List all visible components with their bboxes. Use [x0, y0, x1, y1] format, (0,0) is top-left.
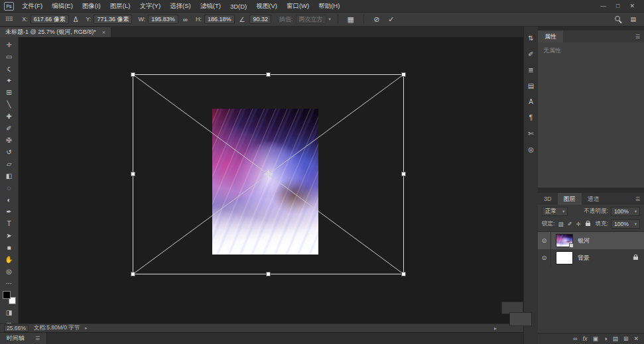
- transform-center-point[interactable]: [264, 170, 273, 178]
- zoom-tool-button[interactable]: ◎: [1, 265, 17, 277]
- info-panel-icon[interactable]: ◎: [525, 144, 537, 154]
- lasso-tool-button[interactable]: ς: [1, 62, 17, 74]
- paragraph-panel-icon[interactable]: ¶: [525, 113, 537, 123]
- menu-select[interactable]: 选择(S): [165, 2, 196, 11]
- layer-thumbnail[interactable]: [556, 234, 573, 247]
- clone-stamp-tool-button[interactable]: ✠: [1, 134, 17, 146]
- new-group-button[interactable]: ▤: [612, 336, 618, 342]
- tab-close-icon[interactable]: ×: [102, 29, 105, 36]
- layer-thumbnail[interactable]: [556, 251, 573, 264]
- layer-row-background[interactable]: ⊙ 背景: [538, 249, 644, 266]
- rectangle-tool-button[interactable]: ■: [1, 241, 17, 253]
- link-dimensions-icon[interactable]: ∞: [181, 16, 190, 23]
- interpolation-select[interactable]: 两次立方: [296, 15, 326, 24]
- edit-toolbar-button[interactable]: ⋯: [1, 277, 17, 289]
- transform-handle[interactable]: [131, 272, 135, 276]
- eyedropper-tool-button[interactable]: ╲: [1, 98, 17, 110]
- zoom-level-field[interactable]: 25.66%: [4, 325, 29, 332]
- menu-edit[interactable]: 编辑(E): [47, 2, 78, 11]
- layer-name[interactable]: 背景: [578, 254, 632, 262]
- document-tab[interactable]: 未标题-1 @ 25.7% (银河, RGB/8)* ×: [0, 27, 111, 37]
- clone-source-panel-icon[interactable]: ≣: [525, 65, 537, 75]
- menu-3d[interactable]: 3D(D): [225, 3, 251, 10]
- tab-properties[interactable]: 属性: [538, 30, 563, 42]
- pen-tool-button[interactable]: ✒: [1, 205, 17, 217]
- move-tool-button[interactable]: ✛: [1, 38, 17, 50]
- menu-layer[interactable]: 图层(L): [105, 2, 135, 11]
- libraries-panel-icon[interactable]: ▤: [525, 81, 537, 91]
- menu-type[interactable]: 文字(Y): [135, 2, 165, 11]
- reference-point-icon[interactable]: ⠿⠿: [5, 16, 13, 23]
- visibility-eye-icon[interactable]: ⊙: [538, 232, 551, 249]
- tab-channels[interactable]: 通道: [582, 193, 606, 205]
- transform-controls[interactable]: [19, 37, 523, 323]
- path-selection-tool-button[interactable]: ➤: [1, 229, 17, 241]
- cancel-transform-button[interactable]: ⊘: [371, 14, 383, 25]
- close-button[interactable]: ✕: [629, 3, 635, 9]
- transform-handle[interactable]: [402, 172, 406, 176]
- transform-handle[interactable]: [131, 73, 135, 77]
- transform-handle[interactable]: [131, 172, 135, 176]
- tab-layers[interactable]: 图层: [558, 193, 582, 205]
- relative-position-icon[interactable]: Δ: [72, 16, 80, 23]
- maximize-button[interactable]: □: [616, 3, 619, 9]
- lock-image-pixels-icon[interactable]: ✐: [566, 221, 572, 227]
- menu-window[interactable]: 窗口(W): [282, 2, 314, 11]
- scissors-panel-icon[interactable]: ✄: [525, 129, 537, 139]
- layer-row-galaxy[interactable]: ⊙ 银河: [538, 232, 644, 249]
- quick-mask-button[interactable]: ◨: [1, 306, 17, 318]
- workspace-switcher-icon[interactable]: ▤: [630, 16, 636, 23]
- timeline-tab[interactable]: 时间轴 ☰: [0, 333, 47, 344]
- hand-tool-button[interactable]: ✋: [1, 253, 17, 265]
- brush-tool-button[interactable]: ✐: [1, 122, 17, 134]
- canvas[interactable]: [19, 37, 523, 323]
- layers-menu-icon[interactable]: ☰: [635, 196, 644, 202]
- layer-name[interactable]: 银河: [578, 237, 644, 245]
- adjustment-layer-button[interactable]: ◑: [604, 336, 607, 342]
- visibility-eye-icon[interactable]: ⊙: [538, 249, 551, 266]
- swap-panels-icon[interactable]: ⇅: [525, 33, 537, 43]
- eraser-tool-button[interactable]: ▱: [1, 158, 17, 170]
- link-layers-button[interactable]: ∞: [573, 336, 577, 342]
- rectangular-marquee-tool-button[interactable]: ▭: [1, 50, 17, 62]
- lock-all-icon[interactable]: [586, 223, 590, 226]
- history-brush-tool-button[interactable]: ↺: [1, 146, 17, 158]
- blend-mode-select[interactable]: 正常 ▾: [542, 207, 568, 216]
- delete-layer-button[interactable]: ✕: [633, 336, 639, 342]
- tab-3d[interactable]: 3D: [538, 193, 558, 205]
- transform-handle[interactable]: [402, 73, 406, 77]
- quick-selection-tool-button[interactable]: ✦: [1, 74, 17, 86]
- x-position-field[interactable]: 617.66 像素: [31, 15, 69, 24]
- minimize-button[interactable]: —: [600, 3, 606, 9]
- status-info-caret-icon[interactable]: ▸: [85, 325, 87, 331]
- transform-handle[interactable]: [267, 272, 271, 276]
- lock-transparent-pixels-icon[interactable]: ▨: [557, 221, 564, 227]
- type-tool-button[interactable]: T: [1, 217, 17, 229]
- brush-settings-panel-icon[interactable]: ✐: [525, 49, 537, 59]
- fill-field[interactable]: 100% ▾: [611, 219, 640, 229]
- opacity-field[interactable]: 100% ▾: [611, 207, 640, 216]
- crop-tool-button[interactable]: ⊞: [1, 86, 17, 98]
- menu-file[interactable]: 文件(F): [17, 2, 47, 11]
- rotation-angle-field[interactable]: 90.32: [249, 15, 271, 24]
- blur-tool-button[interactable]: ◌: [1, 182, 17, 194]
- layer-style-button[interactable]: fx: [582, 336, 587, 342]
- new-layer-button[interactable]: ⊞: [623, 336, 629, 342]
- transform-handle[interactable]: [267, 73, 271, 77]
- dodge-tool-button[interactable]: ◐: [1, 194, 17, 205]
- timeline-menu-icon[interactable]: ☰: [35, 335, 40, 341]
- warp-mode-icon[interactable]: ▦: [345, 14, 357, 25]
- y-position-field[interactable]: 771.36 像素: [94, 15, 132, 24]
- spot-healing-brush-tool-button[interactable]: ✚: [1, 110, 17, 122]
- menu-help[interactable]: 帮助(H): [314, 2, 344, 11]
- character-panel-icon[interactable]: A: [525, 97, 537, 107]
- search-icon[interactable]: [615, 16, 622, 23]
- transform-handle[interactable]: [402, 272, 406, 276]
- width-scale-field[interactable]: 195.83%: [148, 15, 178, 24]
- menu-filter[interactable]: 滤镜(T): [196, 2, 225, 11]
- lock-position-icon[interactable]: ✛: [576, 221, 582, 227]
- add-layer-mask-button[interactable]: ▣: [592, 336, 598, 342]
- gradient-tool-button[interactable]: ◧: [1, 170, 17, 182]
- menu-image[interactable]: 图像(I): [78, 2, 105, 11]
- commit-transform-button[interactable]: ✓: [385, 14, 397, 25]
